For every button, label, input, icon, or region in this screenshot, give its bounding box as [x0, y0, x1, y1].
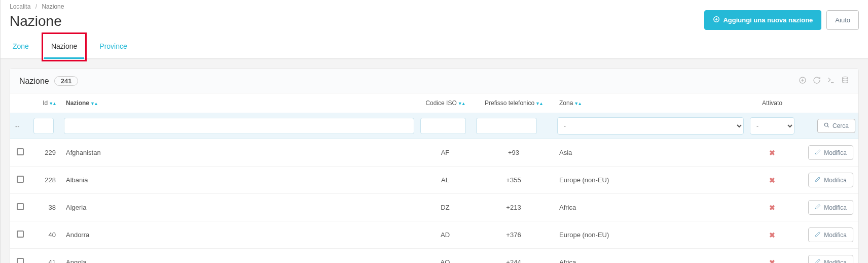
- col-zona[interactable]: Zona: [559, 100, 573, 107]
- row-name: Andorra: [61, 221, 417, 249]
- inactive-icon[interactable]: ✖: [769, 258, 775, 264]
- filter-zona-select[interactable]: -: [557, 117, 744, 135]
- terminal-icon[interactable]: [827, 76, 835, 86]
- inactive-icon[interactable]: ✖: [769, 231, 775, 239]
- row-prefix: +355: [473, 167, 554, 194]
- inactive-icon[interactable]: ✖: [769, 176, 775, 184]
- breadcrumb-current: Nazione: [42, 3, 64, 10]
- pencil-icon: [815, 231, 821, 239]
- table-row[interactable]: 41AngolaAO+244Africa✖Modifica: [10, 249, 858, 264]
- row-name: Afghanistan: [61, 139, 417, 167]
- row-iso: AO: [417, 249, 473, 264]
- col-nazione[interactable]: Nazione: [66, 100, 89, 107]
- table-row[interactable]: 229AfghanistanAF+93Asia✖Modifica: [10, 139, 858, 167]
- edit-label: Modifica: [824, 204, 847, 211]
- edit-button[interactable]: Modifica: [808, 200, 853, 215]
- pencil-icon: [815, 204, 821, 211]
- row-zone: Asia: [554, 139, 747, 167]
- edit-button[interactable]: Modifica: [808, 145, 853, 160]
- sort-icon[interactable]: ▼▲: [458, 101, 465, 106]
- row-id: 229: [30, 139, 61, 167]
- row-zone: Europe (non-EU): [554, 167, 747, 194]
- row-zone: Africa: [554, 249, 747, 264]
- inactive-icon[interactable]: ✖: [769, 149, 775, 157]
- col-prefix[interactable]: Prefisso telefonico: [485, 100, 534, 107]
- row-checkbox[interactable]: [17, 176, 24, 183]
- filter-id-input[interactable]: [33, 118, 54, 134]
- pencil-icon: [815, 176, 821, 184]
- col-attivato: Attivato: [762, 100, 782, 107]
- panel-title: Nazione: [19, 77, 49, 86]
- row-prefix: +376: [473, 221, 554, 249]
- filter-name-input[interactable]: [64, 118, 414, 134]
- row-iso: AF: [417, 139, 473, 167]
- plus-circle-icon: [713, 16, 720, 24]
- table-row[interactable]: 228AlbaniaAL+355Europe (non-EU)✖Modifica: [10, 167, 858, 194]
- edit-label: Modifica: [824, 177, 847, 184]
- tab-zone[interactable]: Zone: [10, 35, 32, 58]
- row-checkbox[interactable]: [17, 148, 24, 155]
- table-row[interactable]: 40AndorraAD+376Europe (non-EU)✖Modifica: [10, 221, 858, 249]
- svg-point-8: [824, 123, 827, 126]
- refresh-icon[interactable]: [813, 76, 821, 86]
- sort-icon[interactable]: ▼▲: [49, 101, 56, 106]
- edit-button[interactable]: Modifica: [808, 227, 853, 242]
- page-title: Nazione: [10, 13, 62, 29]
- tabs: Zone Nazione Province: [1, 35, 868, 59]
- row-prefix: +244: [473, 249, 554, 264]
- svg-line-9: [827, 126, 829, 127]
- col-iso[interactable]: Codice ISO: [425, 100, 456, 107]
- search-button[interactable]: Cerca: [817, 119, 855, 133]
- filter-attivato-select[interactable]: -: [750, 117, 794, 135]
- row-id: 38: [30, 194, 61, 221]
- row-id: 40: [30, 221, 61, 249]
- row-id: 41: [30, 249, 61, 264]
- tab-province[interactable]: Province: [96, 35, 130, 58]
- add-nation-label: Aggiungi una nuova nazione: [723, 16, 813, 24]
- breadcrumb-parent[interactable]: Localita: [10, 3, 30, 10]
- table-row[interactable]: 38AlgeriaDZ+213Africa✖Modifica: [10, 194, 858, 221]
- add-nation-button[interactable]: Aggiungi una nuova nazione: [704, 10, 821, 30]
- filter-iso-input[interactable]: [420, 118, 466, 134]
- edit-button[interactable]: Modifica: [808, 173, 853, 187]
- row-iso: DZ: [417, 194, 473, 221]
- filter-prefix-input[interactable]: [476, 118, 537, 134]
- sort-icon[interactable]: ▼▲: [535, 101, 542, 106]
- row-prefix: +93: [473, 139, 554, 167]
- row-checkbox[interactable]: [17, 231, 24, 238]
- row-checkbox[interactable]: [17, 203, 24, 210]
- row-iso: AD: [417, 221, 473, 249]
- edit-label: Modifica: [824, 232, 847, 239]
- tab-nazione[interactable]: Nazione: [44, 35, 84, 59]
- pencil-icon: [815, 258, 821, 263]
- sort-icon[interactable]: ▼▲: [574, 101, 581, 106]
- sort-icon[interactable]: ▼▲: [90, 101, 97, 106]
- breadcrumb-sep: /: [35, 3, 37, 10]
- row-zone: Africa: [554, 194, 747, 221]
- help-button[interactable]: Aiuto: [826, 10, 859, 30]
- breadcrumb: Localita / Nazione: [1, 0, 868, 10]
- row-iso: AL: [417, 167, 473, 194]
- row-id: 228: [30, 167, 61, 194]
- svg-point-7: [843, 77, 848, 79]
- row-checkbox[interactable]: [17, 258, 24, 263]
- search-label: Cerca: [833, 122, 849, 129]
- edit-button[interactable]: Modifica: [808, 255, 853, 263]
- row-name: Algeria: [61, 194, 417, 221]
- bulk-dash: --: [13, 122, 22, 130]
- row-name: Angola: [61, 249, 417, 264]
- search-icon: [824, 122, 829, 129]
- inactive-icon[interactable]: ✖: [769, 204, 775, 212]
- col-id[interactable]: Id: [43, 100, 48, 107]
- plus-icon[interactable]: [799, 76, 807, 86]
- count-badge: 241: [54, 76, 79, 86]
- edit-label: Modifica: [824, 259, 847, 264]
- row-name: Albania: [61, 167, 417, 194]
- database-icon[interactable]: [841, 76, 849, 86]
- pencil-icon: [815, 149, 821, 156]
- edit-label: Modifica: [824, 149, 847, 156]
- row-zone: Europe (non-EU): [554, 221, 747, 249]
- row-prefix: +213: [473, 194, 554, 221]
